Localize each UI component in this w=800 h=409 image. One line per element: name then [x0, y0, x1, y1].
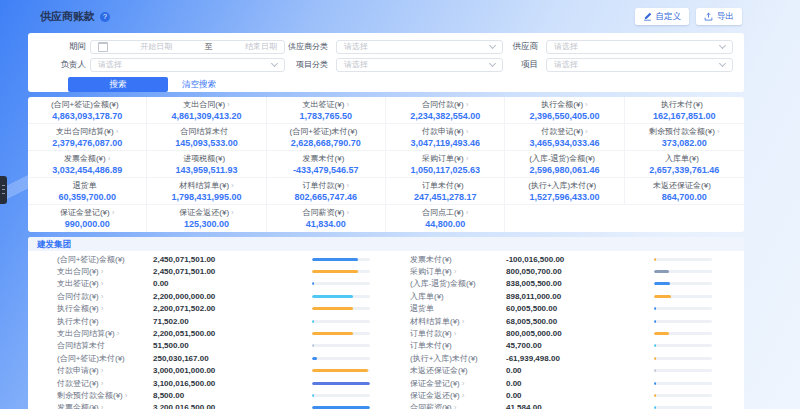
summary-row-label[interactable]: 未返还保证金(¥) [410, 365, 506, 376]
summary-row-value: 800,005,000.00 [506, 329, 618, 338]
stat-card[interactable]: 订单未付(¥) 247,451,278.17 [386, 178, 505, 205]
customize-button[interactable]: 自定义 [635, 8, 690, 25]
project-select[interactable]: 请选择 [546, 58, 733, 72]
summary-row-label[interactable]: 合同薪资(¥) [410, 402, 506, 409]
summary-row-label[interactable]: 保证金登记(¥) [410, 378, 506, 389]
supplier-placeholder: 请选择 [554, 41, 578, 52]
summary-row-label[interactable]: 合同付款(¥) [57, 291, 153, 302]
summary-row: 退货单 60,005,500.00 [410, 303, 712, 315]
project-category-select[interactable]: 请选择 [336, 58, 503, 72]
stat-value: 4,861,309,413.20 [147, 110, 265, 122]
stat-value: 4,863,093,178.70 [28, 110, 146, 122]
period-label: 期间 [28, 41, 86, 53]
stat-card[interactable]: 发票金额(¥) 3,032,454,486.89 [28, 151, 147, 178]
group-summary-panel: 建发集团 (合同+签证)金额(¥) 2,450,071,501.00 支出合同(… [28, 237, 744, 409]
summary-row: 合同薪资(¥) 41,584.00 [410, 402, 712, 409]
stat-card[interactable]: 支出签证(¥) 1,783,765.50 [267, 97, 386, 124]
supplier-category-placeholder: 请选择 [344, 41, 368, 52]
stat-card[interactable]: 执行金额(¥) 2,396,550,405.00 [505, 97, 624, 124]
stat-card[interactable]: 支出合同(¥) 4,861,309,413.20 [147, 97, 266, 124]
stat-label: 发票金额(¥) [28, 154, 146, 164]
stat-card[interactable]: 合同付款(¥) 2,234,382,554.00 [386, 97, 505, 124]
stat-card[interactable]: 合同薪资(¥) 41,834.00 [267, 205, 386, 232]
summary-row-label[interactable]: 合同结算未付 [57, 340, 153, 351]
help-icon[interactable]: ? [100, 12, 110, 22]
summary-row-label[interactable]: 支出合同结算(¥) [57, 328, 153, 339]
supplier-select[interactable]: 请选择 [546, 40, 733, 54]
summary-row-label[interactable]: 执行未付(¥) [57, 316, 153, 327]
summary-row-value: 8,500.00 [153, 391, 265, 400]
stat-card[interactable]: (合同+签证)未付(¥) 2,628,668,790.70 [267, 124, 386, 151]
summary-row-value: 2,200,071,502.00 [153, 304, 265, 313]
stat-label: 发票未付(¥) [267, 154, 385, 164]
owner-select[interactable]: 请选择 [90, 58, 285, 72]
summary-row-label[interactable]: 支出签证(¥) [57, 278, 153, 289]
summary-row-label[interactable]: 付款登记(¥) [57, 378, 153, 389]
stat-card[interactable]: 执行未付(¥) 162,167,851.00 [625, 97, 744, 124]
supplier-category-select[interactable]: 请选择 [336, 40, 503, 54]
period-date-range-input[interactable]: 开始日期 至 结束日期 [90, 40, 285, 54]
summary-row-label[interactable]: 发票未付(¥) [410, 254, 506, 265]
summary-row-label[interactable]: 支出合同(¥) [57, 266, 153, 277]
stat-card[interactable]: 未返还保证金(¥) 864,700.00 [625, 178, 744, 205]
stat-card[interactable]: 入库单(¥) 2,657,339,761.46 [625, 151, 744, 178]
stat-value: 44,800.00 [386, 218, 504, 230]
chevron-right-icon [106, 154, 111, 163]
summary-row: 入库单(¥) 898,011,000.00 [410, 290, 712, 302]
summary-row-bar [654, 357, 656, 360]
summary-row-label[interactable]: (合同+签证)未付(¥) [57, 353, 153, 364]
summary-row-label[interactable]: 订单付款(¥) [410, 328, 506, 339]
stat-label: 采购订单(¥) [386, 154, 504, 164]
summary-row-label[interactable]: 执行金额(¥) [57, 303, 153, 314]
stat-card[interactable]: 付款登记(¥) 3,465,934,033.46 [505, 124, 624, 151]
search-button[interactable]: 搜索 [68, 77, 168, 92]
stat-card[interactable]: 发票未付(¥) -433,479,546.57 [267, 151, 386, 178]
summary-row-label[interactable]: 剩余预付款金额(¥) [57, 390, 153, 401]
summary-row-label[interactable]: (入库-退货)金额(¥) [410, 278, 506, 289]
stat-card[interactable]: (入库-退货)金额(¥) 2,596,980,061.46 [505, 151, 624, 178]
summary-row-bar-track [654, 382, 712, 385]
stat-card[interactable]: (执行+入库)未付(¥) 1,527,596,433.00 [505, 178, 624, 205]
chevron-down-icon [719, 60, 726, 67]
stat-card[interactable]: 采购订单(¥) 1,050,117,025.63 [386, 151, 505, 178]
chevron-right-icon [99, 366, 104, 375]
stat-card[interactable]: 材料结算单(¥) 1,798,431,995.00 [147, 178, 266, 205]
summary-row-label[interactable]: 付款申请(¥) [57, 365, 153, 376]
summary-row-label[interactable]: 订单未付(¥) [410, 340, 506, 351]
summary-row-bar [312, 369, 368, 372]
summary-row-label[interactable]: (合同+签证)金额(¥) [57, 254, 153, 265]
export-button[interactable]: 导出 [696, 8, 742, 25]
summary-row-label[interactable]: (执行+入库)未付(¥) [410, 353, 506, 364]
summary-row: 支出签证(¥) 0.00 [57, 278, 370, 290]
summary-row-label[interactable]: 采购订单(¥) [410, 266, 506, 277]
sidebar-collapse-tab[interactable] [0, 176, 7, 204]
stat-card[interactable]: 合同点工(¥) 44,800.00 [386, 205, 505, 232]
summary-row: (执行+入库)未付(¥) -61,939,498.00 [410, 352, 712, 364]
stat-value: 1,527,596,433.00 [505, 191, 623, 203]
stat-card[interactable]: 保证金返还(¥) 125,300.00 [147, 205, 266, 232]
stat-card[interactable]: 支出合同结算(¥) 2,379,476,087.00 [28, 124, 147, 151]
summary-row-label[interactable]: 发票金额(¥) [57, 402, 153, 409]
stat-card[interactable]: 剩余预付款金额(¥) 373,082.00 [625, 124, 744, 151]
stat-card[interactable]: 保证金登记(¥) 990,000.00 [28, 205, 147, 232]
project-category-placeholder: 请选择 [344, 59, 368, 70]
stat-card[interactable]: 订单付款(¥) 802,665,747.46 [267, 178, 386, 205]
stat-card[interactable]: (合同+签证)金额(¥) 4,863,093,178.70 [28, 97, 147, 124]
summary-row-bar [312, 332, 353, 335]
summary-row-label[interactable]: 退货单 [410, 303, 506, 314]
chevron-right-icon [344, 208, 349, 217]
clear-search-link[interactable]: 清空搜索 [182, 79, 216, 91]
summary-row: 保证金返还(¥) 0.00 [410, 389, 712, 401]
stat-card[interactable]: 进项税额(¥) 143,959,511.93 [147, 151, 266, 178]
stat-card[interactable]: 付款申请(¥) 3,047,119,493.46 [386, 124, 505, 151]
stat-card[interactable]: 合同结算未付 145,093,533.00 [147, 124, 266, 151]
group-name[interactable]: 建发集团 [28, 237, 744, 251]
summary-row-bar [654, 394, 656, 397]
summary-row-label[interactable]: 材料结算单(¥) [410, 316, 506, 327]
stat-card[interactable]: 退货单 60,359,700.00 [28, 178, 147, 205]
summary-row-label[interactable]: 保证金返还(¥) [410, 390, 506, 401]
chevron-right-icon [110, 208, 115, 217]
chevron-right-icon [229, 208, 234, 217]
summary-row: 付款登记(¥) 3,100,016,500.00 [57, 377, 370, 389]
summary-row-label[interactable]: 入库单(¥) [410, 291, 506, 302]
